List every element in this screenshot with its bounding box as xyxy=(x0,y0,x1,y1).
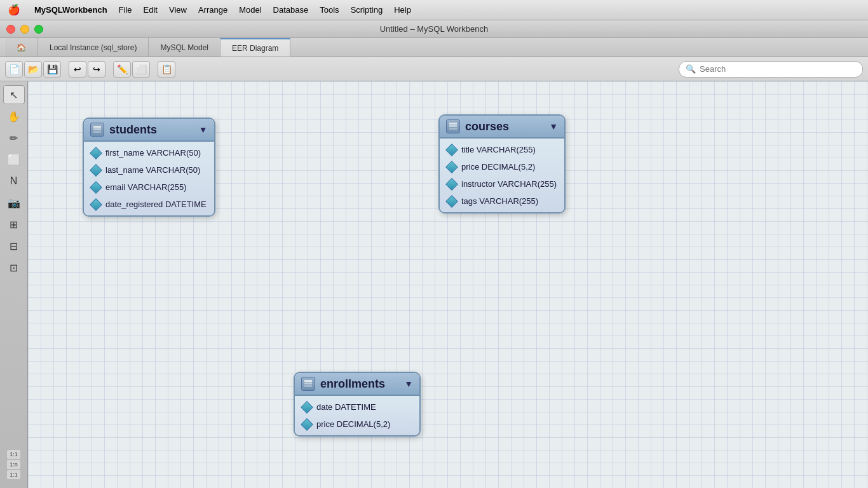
search-icon: 🔍 xyxy=(686,64,696,74)
field-name: email VARCHAR(255) xyxy=(105,182,187,192)
apple-logo: 🍎 xyxy=(8,4,20,16)
tab-eer-diagram[interactable]: EER Diagram xyxy=(220,38,290,57)
menu-scripting[interactable]: Scripting xyxy=(351,5,383,15)
redo-button[interactable]: ↪ xyxy=(88,61,105,78)
table-collapse-courses[interactable]: ▼ xyxy=(549,121,558,132)
clipboard-button[interactable]: 📋 xyxy=(158,61,175,78)
eer-canvas[interactable]: students▼first_name VARCHAR(50)last_name… xyxy=(28,81,868,488)
table-header-enrollments: enrollments▼ xyxy=(295,373,419,396)
field-key-icon xyxy=(90,147,102,159)
menu-help[interactable]: Help xyxy=(394,5,411,15)
table-courses[interactable]: courses▼title VARCHAR(255)price DECIMAL(… xyxy=(438,114,566,214)
tab-bar: 🏠 Local Instance (sql_store) MySQL Model… xyxy=(0,38,868,57)
tool-routine[interactable]: ⊡ xyxy=(3,258,25,277)
table-row[interactable]: date_registered DATETIME xyxy=(84,196,214,213)
field-key-icon xyxy=(445,144,458,156)
window-title: Untitled – MySQL Workbench xyxy=(380,24,489,34)
menu-tools[interactable]: Tools xyxy=(320,5,339,15)
title-bar: Untitled – MySQL Workbench xyxy=(0,20,868,38)
save-button[interactable]: 💾 xyxy=(43,61,61,78)
tool-pan[interactable]: ✋ xyxy=(3,107,25,126)
svg-rect-8 xyxy=(304,385,312,387)
new-button[interactable]: 📄 xyxy=(5,61,23,78)
open-button[interactable]: 📂 xyxy=(24,61,42,78)
table-icon-courses xyxy=(446,119,460,133)
field-key-icon xyxy=(445,178,458,191)
tool-view[interactable]: ⊟ xyxy=(3,236,25,255)
table-collapse-students[interactable]: ▼ xyxy=(199,125,208,135)
table-body-enrollments: date DATETIMEprice DECIMAL(5,2) xyxy=(295,396,419,435)
table-row[interactable]: price DECIMAL(5,2) xyxy=(440,158,564,175)
tool-select[interactable]: ↖ xyxy=(3,85,25,104)
app-name[interactable]: MySQLWorkbench xyxy=(34,5,107,15)
indicator-1-1-bottom[interactable]: 1:1 xyxy=(7,470,20,479)
field-name: price DECIMAL(5,2) xyxy=(316,419,390,429)
sidebar: ↖ ✋ ✏ ⬜ N 📷 ⊞ ⊟ ⊡ 1:1 1:n 1:1 xyxy=(0,81,28,488)
close-button[interactable] xyxy=(6,25,15,34)
menu-view[interactable]: View xyxy=(169,5,187,15)
table-row[interactable]: email VARCHAR(255) xyxy=(84,179,214,196)
indicator-1-n[interactable]: 1:n xyxy=(7,460,20,469)
table-row[interactable]: title VARCHAR(255) xyxy=(440,141,564,158)
tab-home[interactable]: 🏠 xyxy=(5,38,38,57)
tool-n[interactable]: N xyxy=(3,172,25,191)
table-enrollments[interactable]: enrollments▼date DATETIMEprice DECIMAL(5… xyxy=(294,372,421,437)
minimize-button[interactable] xyxy=(20,25,29,34)
toolbar: 📄 📂 💾 ↩ ↪ ✏️ ⬜ 📋 🔍 xyxy=(0,57,868,81)
tool-note[interactable]: ⬜ xyxy=(3,150,25,169)
box-button[interactable]: ⬜ xyxy=(132,61,150,78)
table-students[interactable]: students▼first_name VARCHAR(50)last_name… xyxy=(83,118,215,217)
tool-table[interactable]: ⊞ xyxy=(3,215,25,234)
svg-rect-3 xyxy=(449,123,457,125)
menu-bar: 🍎 MySQLWorkbench File Edit View Arrange … xyxy=(0,0,868,20)
field-name: price DECIMAL(5,2) xyxy=(461,162,535,172)
menu-arrange[interactable]: Arrange xyxy=(198,5,227,15)
field-name: first_name VARCHAR(50) xyxy=(105,148,201,158)
field-key-icon xyxy=(301,401,313,414)
main-layout: ↖ ✋ ✏ ⬜ N 📷 ⊞ ⊟ ⊡ 1:1 1:n 1:1 students▼f… xyxy=(0,81,868,488)
edit-button[interactable]: ✏️ xyxy=(113,61,131,78)
table-row[interactable]: last_name VARCHAR(50) xyxy=(84,161,214,179)
menu-model[interactable]: Model xyxy=(239,5,261,15)
search-box[interactable]: 🔍 xyxy=(679,61,863,78)
svg-rect-4 xyxy=(449,125,457,127)
table-row[interactable]: date DATETIME xyxy=(295,398,419,416)
menu-edit[interactable]: Edit xyxy=(144,5,158,15)
table-header-students: students▼ xyxy=(84,119,214,142)
table-row[interactable]: first_name VARCHAR(50) xyxy=(84,144,214,161)
table-collapse-enrollments[interactable]: ▼ xyxy=(404,379,413,389)
tool-layer[interactable]: 📷 xyxy=(3,193,25,212)
tab-mysql-model[interactable]: MySQL Model xyxy=(149,38,220,57)
table-name-enrollments: enrollments xyxy=(320,377,399,391)
table-body-courses: title VARCHAR(255)price DECIMAL(5,2)inst… xyxy=(440,139,564,212)
svg-rect-0 xyxy=(93,126,101,128)
field-name: date DATETIME xyxy=(316,402,376,412)
menu-file[interactable]: File xyxy=(119,5,132,15)
undo-button[interactable]: ↩ xyxy=(69,61,86,78)
table-row[interactable]: price DECIMAL(5,2) xyxy=(295,416,419,433)
menu-database[interactable]: Database xyxy=(273,5,309,15)
field-name: instructor VARCHAR(255) xyxy=(461,179,557,189)
tool-eraser[interactable]: ✏ xyxy=(3,128,25,147)
field-name: title VARCHAR(255) xyxy=(461,145,536,154)
table-name-students: students xyxy=(109,123,194,137)
maximize-button[interactable] xyxy=(34,25,43,34)
table-body-students: first_name VARCHAR(50)last_name VARCHAR(… xyxy=(84,142,214,215)
svg-rect-1 xyxy=(93,128,101,130)
svg-rect-7 xyxy=(304,383,312,384)
field-key-icon xyxy=(90,181,102,194)
table-row[interactable]: tags VARCHAR(255) xyxy=(440,193,564,210)
table-icon-students xyxy=(90,123,104,137)
table-row[interactable]: instructor VARCHAR(255) xyxy=(440,175,564,193)
search-input[interactable] xyxy=(700,64,856,74)
field-key-icon xyxy=(301,418,313,431)
table-icon-enrollments xyxy=(301,377,315,391)
svg-rect-5 xyxy=(449,128,457,130)
indicator-1-1-top[interactable]: 1:1 xyxy=(7,450,20,459)
field-name: tags VARCHAR(255) xyxy=(461,196,538,206)
field-key-icon xyxy=(90,198,102,211)
field-key-icon xyxy=(445,195,458,208)
tab-local-instance[interactable]: Local Instance (sql_store) xyxy=(38,38,149,57)
svg-rect-6 xyxy=(304,380,312,382)
window-controls xyxy=(6,25,43,34)
